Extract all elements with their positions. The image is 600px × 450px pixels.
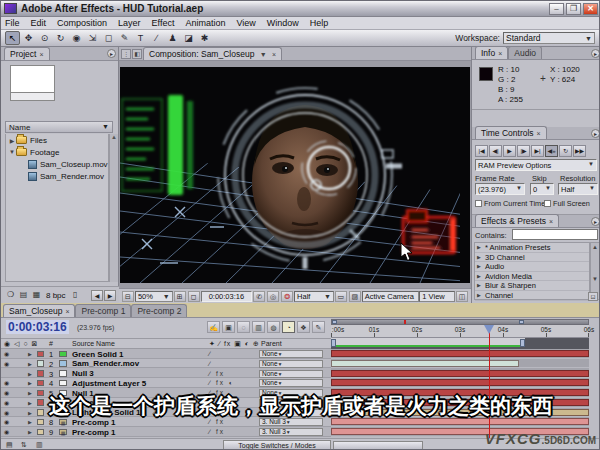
timeline-current-time[interactable]: 0:00:03:16 (6, 320, 69, 334)
effects-category[interactable]: * Animation Presets▶ (475, 243, 589, 253)
parent-select[interactable]: None▼ (259, 370, 323, 378)
tab-info[interactable]: Info× (475, 46, 508, 59)
shape-tool-button[interactable]: ◻ (101, 31, 116, 45)
eye-icon[interactable]: ◉ (4, 428, 9, 435)
layer-switches[interactable]: ∕ (209, 350, 212, 357)
expander-icon[interactable]: ▶ (477, 263, 481, 269)
layer-name[interactable]: Sam_Render.mov (72, 359, 139, 368)
layer-row[interactable]: ◉▶9▦Pre-comp 1∕ fx3. Null 3▼ (1, 427, 331, 437)
layer-name[interactable]: Green Solid 1 (72, 350, 124, 359)
tab-time-controls[interactable]: Time Controls× (475, 126, 547, 139)
graph-editor-icon[interactable]: ◔ (282, 321, 295, 333)
transparency-grid-icon[interactable]: ▨ (349, 291, 361, 302)
comp-marker-icon[interactable]: ✍ (207, 321, 220, 333)
scroll-left-icon[interactable]: ◀ (91, 290, 103, 301)
pen-tool-button[interactable]: ✎ (117, 31, 132, 45)
frame-blend-icon[interactable]: ▥ (252, 321, 265, 333)
expander-icon[interactable]: ▼ (8, 149, 16, 155)
menu-view[interactable]: View (236, 18, 255, 28)
full-screen-checkbox[interactable]: Full Screen (544, 199, 590, 208)
pixel-aspect-icon[interactable]: ◫ (456, 291, 468, 302)
navigator-handle-left[interactable] (332, 320, 337, 324)
eye-icon[interactable]: ◉ (4, 360, 9, 367)
rotate-tool-button[interactable]: ↻ (53, 31, 68, 45)
orbit-camera-tool-button[interactable]: ◉ (69, 31, 84, 45)
ram-preview-button[interactable]: ▶▶ (573, 145, 586, 157)
ram-preview-options-select[interactable]: RAM Preview Options▼ (475, 159, 597, 171)
tab-composition[interactable]: Composition: Sam_Closeup ▼ × (143, 47, 282, 60)
channels-icon[interactable]: ❂ (281, 291, 293, 302)
maximize-button[interactable]: ❐ (566, 3, 581, 15)
project-item[interactable]: ▶Files (6, 134, 108, 146)
flowchart-icon[interactable]: ⊟ (122, 291, 134, 302)
expander-icon[interactable]: ▶ (28, 380, 32, 386)
menu-edit[interactable]: Edit (31, 18, 47, 28)
zoom-tool-button[interactable]: ⊙ (37, 31, 52, 45)
contains-input[interactable] (512, 229, 598, 240)
expander-icon[interactable]: ▶ (28, 371, 32, 377)
column-number[interactable]: # (49, 340, 53, 347)
roi-icon[interactable]: ▭ (335, 291, 347, 302)
expander-icon[interactable]: ▶ (28, 419, 32, 425)
menu-layer[interactable]: Layer (118, 18, 141, 28)
tab-effects-presets[interactable]: Effects & Presets× (475, 214, 559, 227)
camera-select[interactable]: Active Camera▼ (362, 291, 420, 302)
panel-menu-icon[interactable]: ▸ (591, 49, 600, 58)
current-time-field[interactable]: 0:00:03:16 (201, 291, 253, 302)
find-icon[interactable]: ❍ (4, 289, 17, 301)
clone-stamp-tool-button[interactable]: ♟ (165, 31, 180, 45)
layer-row[interactable]: ◉▶4Adjustment Layer 5∕ fx ◐None▼ (1, 378, 331, 388)
panel-lock-icon[interactable]: ◧ (132, 49, 142, 59)
show-snapshot-icon[interactable]: ◎ (267, 291, 279, 302)
eye-icon[interactable]: ◉ (4, 379, 9, 386)
menu-effect[interactable]: Effect (152, 18, 175, 28)
menu-animation[interactable]: Animation (185, 18, 225, 28)
grid-guides-icon[interactable]: ⊞ (174, 291, 186, 302)
project-item[interactable]: Sam_Render.mov (6, 170, 108, 182)
live-update-icon[interactable]: ▣ (222, 321, 235, 333)
play-button[interactable]: ▶ (503, 145, 516, 157)
eraser-tool-button[interactable]: ◪ (181, 31, 196, 45)
layer-row[interactable]: ▶3Null 3∕ fxNone▼ (1, 369, 331, 379)
text-tool-button[interactable]: T (133, 31, 148, 45)
skip-select[interactable]: 0▼ (530, 183, 554, 195)
selection-tool-button[interactable]: ↖ (5, 31, 20, 45)
resolution-select[interactable]: Half▼ (294, 291, 334, 302)
parent-select[interactable]: None▼ (259, 350, 323, 358)
chevron-down-icon[interactable]: ▼ (260, 51, 267, 58)
expander-icon[interactable]: ▶ (477, 254, 481, 260)
expander-icon[interactable]: ▶ (28, 361, 32, 367)
panel-menu-icon[interactable]: ▸ (107, 49, 116, 58)
frame-rate-select[interactable]: (23.976)▼ (475, 183, 525, 195)
pan-behind-tool-button[interactable]: ⇲ (85, 31, 100, 45)
tab-audio[interactable]: Audio (508, 46, 542, 59)
column-parent[interactable]: Parent (261, 340, 282, 347)
view-layout-select[interactable]: 1 View▼ (419, 291, 455, 302)
workspace-select[interactable]: Standard ▼ (503, 32, 595, 44)
trash-icon[interactable]: ▯ (69, 289, 82, 301)
toggle-switches-modes-button[interactable]: Toggle Switches / Modes (223, 440, 331, 450)
close-button[interactable]: ✕ (583, 3, 598, 15)
tab-pre-comp-2[interactable]: Pre-comp 2 (131, 304, 187, 317)
menu-window[interactable]: Window (267, 18, 299, 28)
expand-inout-icon[interactable]: ▥ (36, 441, 43, 449)
label-color-chip[interactable] (37, 380, 44, 387)
effects-category[interactable]: Avidion Media▶ (475, 272, 589, 282)
brush-tool-button[interactable]: ∕ (149, 31, 164, 45)
project-item[interactable]: ▼Footage (6, 146, 108, 158)
eye-icon[interactable]: ◉ (4, 350, 9, 357)
effects-category[interactable]: 3D Channel▶ (475, 253, 589, 263)
expand-layers-icon[interactable]: ▤ (6, 441, 13, 449)
layer-duration-bar[interactable] (331, 360, 519, 367)
close-icon[interactable]: × (65, 308, 69, 315)
menu-composition[interactable]: Composition (57, 18, 107, 28)
scroll-right-icon[interactable]: ▶ (104, 290, 116, 301)
draft-3d-icon[interactable]: ◌ (237, 321, 250, 333)
layer-name[interactable]: Pre-comp 1 (72, 428, 116, 437)
timeline-horizontal-scrollbar[interactable] (333, 441, 423, 450)
menu-help[interactable]: Help (310, 18, 329, 28)
parent-select[interactable]: 3. Null 3▼ (259, 428, 323, 436)
menu-file[interactable]: File (5, 18, 20, 28)
motion-blur-icon[interactable]: ◍ (267, 321, 280, 333)
tab-project[interactable]: Project× (4, 47, 50, 60)
